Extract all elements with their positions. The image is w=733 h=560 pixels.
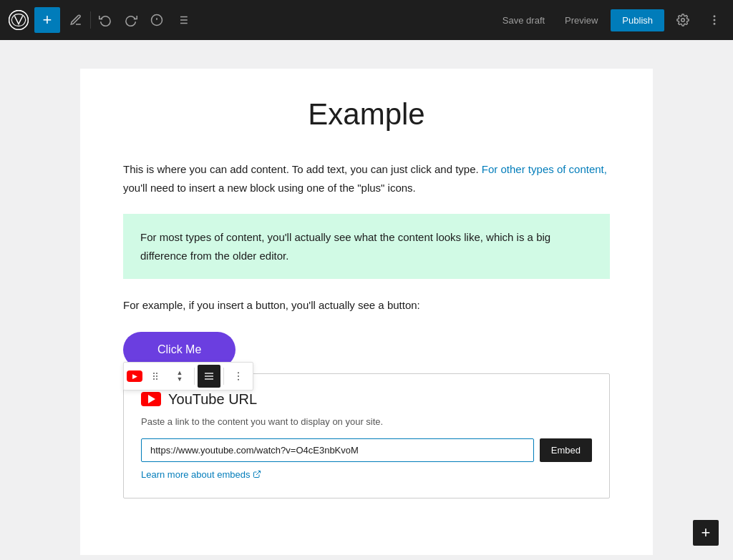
svg-point-12 <box>714 19 715 21</box>
block-controls-toolbar: ▶ ▲ ▼ <box>123 362 253 390</box>
youtube-embed-description: Paste a link to the content you want to … <box>141 416 592 427</box>
svg-point-10 <box>681 19 685 22</box>
list-view-button[interactable] <box>170 7 195 33</box>
svg-rect-20 <box>205 373 213 373</box>
svg-point-16 <box>153 375 155 377</box>
main-content: Example This is where you can add conten… <box>0 40 733 560</box>
learn-more-text: Learn more about embeds <box>141 469 250 480</box>
drag-handle-button[interactable] <box>144 365 167 388</box>
paragraph-block-1: This is where you can add content. To ad… <box>123 160 610 197</box>
svg-point-11 <box>714 16 715 17</box>
publish-button[interactable]: Publish <box>611 9 664 31</box>
add-block-bottom-button[interactable]: + <box>693 520 719 546</box>
paragraph1-text: This is where you can add content. To ad… <box>123 163 479 175</box>
svg-point-15 <box>156 373 157 374</box>
youtube-logo-icon <box>141 392 161 406</box>
add-block-button[interactable]: + <box>34 7 60 33</box>
svg-point-19 <box>156 378 157 380</box>
svg-point-24 <box>238 375 239 377</box>
youtube-embed-title: YouTube URL <box>168 391 257 408</box>
controls-divider-2 <box>223 368 224 385</box>
redo-button[interactable] <box>118 7 144 33</box>
move-up-down-button[interactable]: ▲ ▼ <box>168 365 191 388</box>
svg-point-18 <box>153 378 155 380</box>
undo-button[interactable] <box>92 7 118 33</box>
save-draft-button[interactable]: Save draft <box>495 11 552 30</box>
paragraph-block-2: For example, if you insert a button, you… <box>123 296 610 315</box>
tools-button[interactable] <box>63 7 89 33</box>
youtube-embed-header: YouTube URL <box>141 391 592 408</box>
svg-point-25 <box>238 378 239 380</box>
toolbar-separator <box>90 11 91 29</box>
wp-logo <box>6 7 31 33</box>
info-button[interactable] <box>144 7 170 33</box>
embed-button[interactable]: Embed <box>540 438 592 462</box>
editor-area: Example This is where you can add conten… <box>80 69 653 555</box>
post-title[interactable]: Example <box>123 97 610 132</box>
external-link-icon <box>253 470 261 478</box>
more-options-button[interactable] <box>702 7 727 33</box>
svg-point-13 <box>714 24 715 25</box>
align-button[interactable] <box>198 365 220 388</box>
settings-button[interactable] <box>670 7 696 33</box>
paragraph1-link[interactable]: For other types of content, <box>482 163 607 175</box>
youtube-embed-block: YouTube URL Paste a link to the content … <box>123 373 610 498</box>
svg-point-14 <box>153 373 155 374</box>
quote-text: For most types of content, you'll actual… <box>140 231 550 262</box>
preview-button[interactable]: Preview <box>558 11 605 30</box>
svg-point-17 <box>156 375 157 377</box>
block-more-options-button[interactable] <box>227 365 250 388</box>
svg-point-23 <box>238 372 239 373</box>
button-block-wrapper: Click Me ▶ ▲ <box>123 332 610 368</box>
editor-toolbar: + Save draft Preview Publish <box>0 0 733 40</box>
svg-rect-21 <box>205 375 213 376</box>
youtube-block-icon: ▶ <box>127 370 142 382</box>
youtube-url-input[interactable] <box>141 438 534 462</box>
paragraph1-end: you'll need to insert a new block using … <box>123 182 416 194</box>
svg-line-26 <box>256 471 261 476</box>
quote-block: For most types of content, you'll actual… <box>123 214 610 279</box>
controls-divider <box>194 368 195 385</box>
learn-more-link[interactable]: Learn more about embeds <box>141 469 261 480</box>
youtube-url-row: Embed <box>141 438 592 462</box>
svg-rect-22 <box>205 378 213 379</box>
